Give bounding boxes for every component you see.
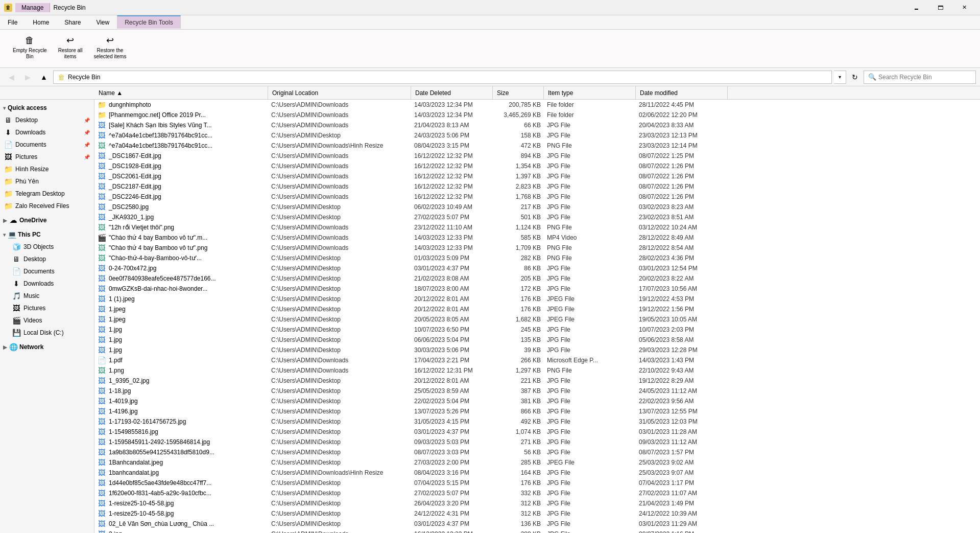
table-row[interactable]: 🖼 1.jpeg C:\Users\ADMIN\Desktop 20/12/20… <box>94 304 980 314</box>
maximize-button[interactable]: 🗖 <box>928 0 952 15</box>
file-icon: 🖼 <box>98 489 106 497</box>
cell-size: 271 KB <box>493 437 544 447</box>
sidebar-item-pictures[interactable]: 🖼 Pictures 📌 <box>0 151 94 163</box>
column-deleted[interactable]: Date Deleted <box>411 86 493 99</box>
address-input[interactable]: 🗑 Recycle Bin <box>53 71 832 84</box>
back-button[interactable]: ◀ <box>4 71 18 84</box>
table-row[interactable]: 🖼 1banhcandalat.jpg C:\Users\ADMIN\Downl… <box>94 468 980 478</box>
table-row[interactable]: 🖼 "Chào thứ 4 bay Bamboo vô tư".png C:\U… <box>94 243 980 253</box>
cell-deleted: 27/03/2023 2:00 PM <box>411 457 493 467</box>
table-row[interactable]: 🖼 ^e7a04a4e1cbef138b791764bc91cc... C:\U… <box>94 130 980 141</box>
table-row[interactable]: 🖼 1-4196.jpg C:\Users\ADMIN\Desktop 13/0… <box>94 406 980 416</box>
sidebar-item-local-disk[interactable]: 💾 Local Disk (C:) <box>0 327 94 339</box>
tab-share[interactable]: Share <box>57 15 88 29</box>
table-row[interactable]: 📁 dungnhimphoto C:\Users\ADMIN\Downloads… <box>94 100 980 110</box>
sidebar-item-telegram[interactable]: 📁 Telegram Desktop <box>0 188 94 200</box>
table-row[interactable]: 🖼 1.png C:\Users\ADMIN\Downloads 16/12/2… <box>94 365 980 376</box>
sidebar-item-desktop[interactable]: 🖥 Desktop 📌 <box>0 114 94 126</box>
tab-home[interactable]: Home <box>25 15 57 29</box>
cell-deleted: 20/12/2022 8:01 AM <box>411 304 493 314</box>
table-row[interactable]: 🖼 _JKA9320_1.jpg C:\Users\ADMIN\Desktop … <box>94 212 980 222</box>
refresh-button[interactable]: ↻ <box>848 71 862 84</box>
column-type[interactable]: Item type <box>544 86 636 99</box>
sidebar-header-this-pc[interactable]: ▾ 💻 This PC <box>0 228 94 241</box>
table-row[interactable]: 🖼 1a9b83b8055e9412554318df5810d9... C:\U… <box>94 447 980 457</box>
minimize-button[interactable]: 🗕 <box>904 0 928 15</box>
search-input[interactable] <box>878 74 971 81</box>
table-row[interactable]: 🖼 1-1595845911-2492-1595846814.jpg C:\Us… <box>94 437 980 447</box>
table-row[interactable]: 🖼 1-resize25-10-45-58.jpg C:\Users\ADMIN… <box>94 508 980 519</box>
table-row[interactable]: 🖼 _DSC2187-Edit.jpg C:\Users\ADMIN\Downl… <box>94 181 980 192</box>
search-box[interactable]: 🔍 <box>864 71 976 84</box>
table-row[interactable]: 📁 [Phanmemgoc.net] Office 2019 Pr... C:\… <box>94 110 980 120</box>
sidebar-item-music[interactable]: 🎵 Music <box>0 290 94 302</box>
table-row[interactable]: 🖼 1-4019.jpg C:\Users\ADMIN\Desktop 22/0… <box>94 396 980 406</box>
column-size[interactable]: Size <box>493 86 544 99</box>
close-button[interactable]: ✕ <box>952 0 976 15</box>
cell-size: 1,682 KB <box>493 314 544 324</box>
column-location[interactable]: Original Location <box>268 86 411 99</box>
sidebar-header-onedrive[interactable]: ▶ ☁ OneDrive <box>0 214 94 226</box>
table-row[interactable]: 🖼 ^e7a04a4e1cbef138b791764bc91cc... C:\U… <box>94 141 980 151</box>
table-row[interactable]: 🖼 2.jpg C:\Users\ADMIN\Downloads 16/12/2… <box>94 529 980 533</box>
sidebar-item-hinh-resize[interactable]: 📁 Hình Resize <box>0 163 94 175</box>
table-row[interactable]: 🖼 1_9395_02.jpg C:\Users\ADMIN\Desktop 2… <box>94 376 980 386</box>
table-row[interactable]: 🖼 1-18.jpg C:\Users\ADMIN\Desktop 25/05/… <box>94 386 980 396</box>
table-row[interactable]: 🖼 1-1549855816.jpg C:\Users\ADMIN\Deskto… <box>94 427 980 437</box>
table-row[interactable]: 🖼 1-17193-02-1614756725.jpg C:\Users\ADM… <box>94 416 980 427</box>
table-row[interactable]: 🖼 _DSC2246-Edit.jpg C:\Users\ADMIN\Downl… <box>94 192 980 202</box>
sidebar-item-documents-thispc[interactable]: 📄 Documents <box>0 265 94 277</box>
table-row[interactable]: 🖼 0mwGZKsB-dai-nhac-hoi-8wonder... C:\Us… <box>94 284 980 294</box>
table-row[interactable]: 🖼 0ee0f7840938eafe5cee487577de166... C:\… <box>94 273 980 284</box>
cell-modified: 19/12/2022 4:53 PM <box>636 294 728 304</box>
table-row[interactable]: 🖼 [Sale] Khách Sạn Ibis Styles Vũng T...… <box>94 120 980 130</box>
table-row[interactable]: 🖼 0-24-700x472.jpg C:\Users\ADMIN\Deskto… <box>94 263 980 273</box>
table-row[interactable]: 🖼 _DSC1928-Edit.jpg C:\Users\ADMIN\Downl… <box>94 161 980 171</box>
table-row[interactable]: 🖼 _DSC2580.jpg C:\Users\ADMIN\Desktop 06… <box>94 202 980 212</box>
sidebar-item-downloads[interactable]: ⬇ Downloads 📌 <box>0 126 94 138</box>
column-name[interactable]: Name ▲ <box>94 86 268 99</box>
sidebar-item-zalo[interactable]: 📁 Zalo Received Files <box>0 200 94 212</box>
file-name-text: _DSC1867-Edit.jpg <box>109 152 161 159</box>
table-row[interactable]: 🖼 1 (1).jpeg C:\Users\ADMIN\Desktop 20/1… <box>94 294 980 304</box>
table-row[interactable]: 🎬 "Chào thứ 4 bay Bamboo vô tư".m... C:\… <box>94 233 980 243</box>
table-row[interactable]: 🖼 1.jpg C:\Users\ADMIN\Desktop 10/07/202… <box>94 325 980 335</box>
restore-selected-button[interactable]: ↩ Restore theselected items <box>89 32 131 62</box>
table-row[interactable]: 🖼 1f620e00-f831-4ab5-a29c-9a10cfbc... C:… <box>94 488 980 498</box>
tab-file[interactable]: File <box>0 15 25 29</box>
sidebar-header-network[interactable]: ▶ 🌐 Network <box>0 341 94 353</box>
address-dropdown-button[interactable]: ▾ <box>834 71 846 84</box>
table-row[interactable]: 🖼 _DSC1867-Edit.jpg C:\Users\ADMIN\Downl… <box>94 151 980 161</box>
table-row[interactable]: 🖼 1-resize25-10-45-58.jpg C:\Users\ADMIN… <box>94 498 980 508</box>
table-row[interactable]: 📄 1.pdf C:\Users\ADMIN\Downloads 17/04/2… <box>94 355 980 365</box>
forward-button[interactable]: ▶ <box>20 71 35 84</box>
table-row[interactable]: 🖼 1.jpeg C:\Users\ADMIN\Desktop 20/05/20… <box>94 314 980 325</box>
table-row[interactable]: 🖼 1.jpg C:\Users\ADMIN\Desktop 30/03/202… <box>94 345 980 355</box>
sidebar-item-desktop-thispc[interactable]: 🖥 Desktop <box>0 253 94 265</box>
downloads-thispc-icon: ⬇ <box>12 280 20 288</box>
sidebar-item-videos[interactable]: 🎬 Videos <box>0 314 94 327</box>
table-row[interactable]: 🖼 "Chào-thứ-4-bay-Bamboo-vô-tư'... C:\Us… <box>94 253 980 263</box>
sidebar-header-quick-access[interactable]: ▾ Quick access <box>0 102 94 114</box>
tab-recycle-bin-tools[interactable]: Recycle Bin Tools <box>117 15 181 29</box>
sidebar-item-3d-objects[interactable]: 🧊 3D Objects <box>0 241 94 253</box>
empty-recycle-bin-button[interactable]: 🗑 Empty RecycleBin <box>8 32 52 62</box>
cell-modified: 03/01/2023 11:28 AM <box>636 427 728 436</box>
table-row[interactable]: 🖼 _DSC2061-Edit.jpg C:\Users\ADMIN\Downl… <box>94 171 980 181</box>
tab-view[interactable]: View <box>88 15 117 29</box>
restore-all-button[interactable]: ↩ Restore allitems <box>54 32 87 62</box>
sidebar-item-downloads-thispc[interactable]: ⬇ Downloads <box>0 277 94 290</box>
table-row[interactable]: 🖼 1Banhcandalat.jpeg C:\Users\ADMIN\Desk… <box>94 457 980 468</box>
sidebar-item-phu-yen[interactable]: 📁 Phú Yên <box>0 175 94 188</box>
table-row[interactable]: 🖼 1.jpg C:\Users\ADMIN\Desktop 06/06/202… <box>94 335 980 345</box>
column-modified[interactable]: Date modified <box>636 86 728 99</box>
table-row[interactable]: 🖼 02_Lê Văn Sơn_chùa Lương_ Chùa ... C:\… <box>94 519 980 529</box>
file-name-text: 1-18.jpg <box>109 387 131 395</box>
up-button[interactable]: ▲ <box>37 71 51 84</box>
file-list-container[interactable]: 📁 dungnhimphoto C:\Users\ADMIN\Downloads… <box>94 100 980 533</box>
table-row[interactable]: 🖼 1d44e0bf85c5ae43fde9e48bcc47ff7... C:\… <box>94 478 980 488</box>
sidebar-item-pictures-thispc[interactable]: 🖼 Pictures <box>0 302 94 314</box>
sidebar-item-documents[interactable]: 📄 Documents 📌 <box>0 138 94 151</box>
table-row[interactable]: 🖼 "12h rồi Vietjet thôi".png C:\Users\AD… <box>94 222 980 233</box>
cell-modified: 08/07/2022 1:25 PM <box>636 151 728 160</box>
